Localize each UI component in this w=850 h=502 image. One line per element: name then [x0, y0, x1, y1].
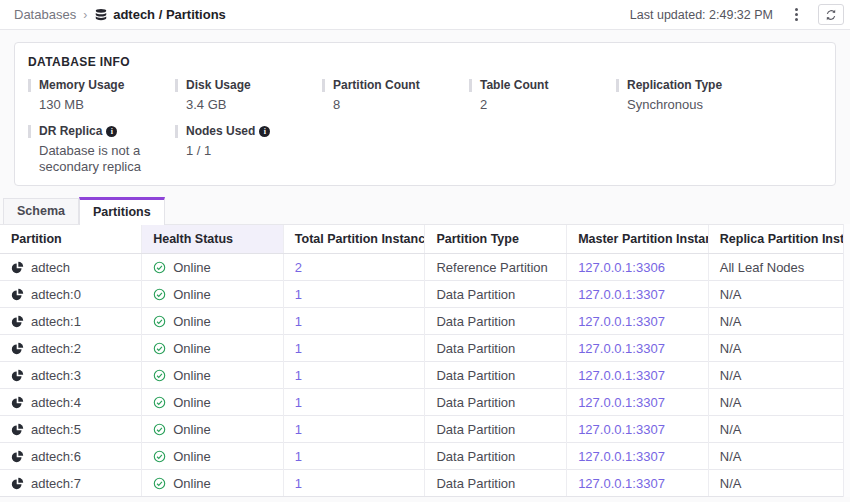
master-instance-link[interactable]: 127.0.0.1:3307: [578, 368, 665, 383]
total-instances-link[interactable]: 1: [295, 449, 302, 464]
card-title: DATABASE INFO: [28, 55, 821, 69]
master-instance-link[interactable]: 127.0.0.1:3307: [578, 287, 665, 302]
top-bar: Databases › adtech / Partitions Last upd…: [0, 0, 850, 30]
column-header-partition[interactable]: Partition: [0, 225, 142, 254]
health-status-label: Online: [173, 368, 211, 383]
table-row: adtech:2 Online 1 Data Partition 127.0.0…: [0, 335, 850, 362]
online-check-icon: [153, 342, 166, 355]
stat-label: Table Count: [480, 79, 548, 92]
total-instances-link[interactable]: 1: [295, 341, 302, 356]
replica-instance: All Leaf Nodes: [708, 254, 850, 281]
kebab-menu-button[interactable]: [786, 5, 806, 25]
tab-partitions[interactable]: Partitions: [79, 197, 165, 225]
stat-label: Replication Type: [627, 79, 722, 92]
stat-value: 1 / 1: [186, 143, 322, 159]
column-header-master-instance[interactable]: Master Partition Instance ...: [567, 225, 709, 254]
partition-pie-icon: [11, 261, 24, 274]
partition-type: Data Partition: [425, 335, 567, 362]
stats-grid: Memory Usage 130 MB Disk Usage 3.4 GB Pa…: [28, 79, 821, 175]
total-instances-link[interactable]: 1: [295, 476, 302, 491]
partition-pie-icon: [11, 423, 24, 436]
table-row: adtech:6 Online 1 Data Partition 127.0.0…: [0, 443, 850, 470]
breadcrumb-separator: ›: [83, 8, 87, 22]
stat-nodes-used: Nodes Used 1 / 1: [175, 125, 322, 175]
online-check-icon: [153, 369, 166, 382]
partition-name: adtech:3: [31, 368, 81, 383]
stat-value: 2: [480, 97, 616, 113]
stat-value: Database is not a secondary replica: [39, 143, 175, 175]
partition-type: Data Partition: [425, 362, 567, 389]
total-instances-link[interactable]: 1: [295, 368, 302, 383]
master-instance-link[interactable]: 127.0.0.1:3307: [578, 422, 665, 437]
stat-value: 3.4 GB: [186, 97, 322, 113]
online-check-icon: [153, 450, 166, 463]
online-check-icon: [153, 423, 166, 436]
total-instances-link[interactable]: 1: [295, 287, 302, 302]
health-status-label: Online: [173, 422, 211, 437]
online-check-icon: [153, 396, 166, 409]
online-check-icon: [153, 315, 166, 328]
total-instances-link[interactable]: 2: [295, 260, 302, 275]
stat-label: Disk Usage: [186, 79, 251, 92]
stat-label: Partition Count: [333, 79, 420, 92]
tab-schema[interactable]: Schema: [3, 198, 79, 224]
total-instances-link[interactable]: 1: [295, 314, 302, 329]
table-row: adtech:1 Online 1 Data Partition 127.0.0…: [0, 308, 850, 335]
stat-partition-count: Partition Count 8: [322, 79, 469, 113]
stat-label: DR Replica: [39, 125, 102, 138]
partition-name: adtech:6: [31, 449, 81, 464]
health-status-label: Online: [173, 314, 211, 329]
replica-instance: N/A: [708, 470, 850, 497]
refresh-button[interactable]: [818, 4, 844, 25]
partition-pie-icon: [11, 450, 24, 463]
table-row: adtech:3 Online 1 Data Partition 127.0.0…: [0, 362, 850, 389]
master-instance-link[interactable]: 127.0.0.1:3307: [578, 476, 665, 491]
partition-pie-icon: [11, 396, 24, 409]
table-row: adtech:4 Online 1 Data Partition 127.0.0…: [0, 389, 850, 416]
health-status-label: Online: [173, 476, 211, 491]
master-instance-link[interactable]: 127.0.0.1:3306: [578, 260, 665, 275]
master-instance-link[interactable]: 127.0.0.1:3307: [578, 449, 665, 464]
stat-dr-replica: DR Replica Database is not a secondary r…: [28, 125, 175, 175]
stat-replication-type: Replication Type Synchronous: [616, 79, 763, 113]
table-row: adtech:5 Online 1 Data Partition 127.0.0…: [0, 416, 850, 443]
column-header-partition-type[interactable]: Partition Type: [425, 225, 567, 254]
stat-memory-usage: Memory Usage 130 MB: [28, 79, 175, 113]
stat-label: Memory Usage: [39, 79, 124, 92]
partition-type: Data Partition: [425, 308, 567, 335]
partition-name: adtech:7: [31, 476, 81, 491]
master-instance-link[interactable]: 127.0.0.1:3307: [578, 395, 665, 410]
health-status-label: Online: [173, 260, 211, 275]
replica-instance: N/A: [708, 308, 850, 335]
partition-name: adtech:1: [31, 314, 81, 329]
column-header-health-status[interactable]: Health Status: [142, 225, 284, 254]
table-header-row: Partition Health Status Total Partition …: [0, 225, 850, 254]
online-check-icon: [153, 288, 166, 301]
partition-pie-icon: [11, 477, 24, 490]
partitions-table-body: adtech Online 2 Reference Partition 127.…: [0, 254, 850, 497]
replica-instance: N/A: [708, 416, 850, 443]
health-status-label: Online: [173, 287, 211, 302]
breadcrumb-current-label: adtech / Partitions: [113, 7, 226, 22]
info-icon[interactable]: [106, 126, 117, 137]
partition-pie-icon: [11, 342, 24, 355]
master-instance-link[interactable]: 127.0.0.1:3307: [578, 314, 665, 329]
partition-type: Data Partition: [425, 443, 567, 470]
total-instances-link[interactable]: 1: [295, 422, 302, 437]
partition-pie-icon: [11, 369, 24, 382]
info-icon[interactable]: [259, 126, 270, 137]
last-updated-text: Last updated: 2:49:32 PM: [630, 8, 773, 22]
breadcrumb-databases-link[interactable]: Databases: [14, 7, 76, 22]
vertical-scrollbar[interactable]: [843, 224, 850, 497]
master-instance-link[interactable]: 127.0.0.1:3307: [578, 341, 665, 356]
breadcrumb: Databases › adtech / Partitions: [14, 7, 226, 22]
total-instances-link[interactable]: 1: [295, 395, 302, 410]
column-header-replica-instance[interactable]: Replica Partition Instance ...: [708, 225, 850, 254]
health-status-label: Online: [173, 449, 211, 464]
partitions-table-wrap: Partition Health Status Total Partition …: [0, 224, 850, 497]
column-header-total-instances[interactable]: Total Partition Instances: [283, 225, 425, 254]
partition-type: Data Partition: [425, 470, 567, 497]
online-check-icon: [153, 477, 166, 490]
replica-instance: N/A: [708, 389, 850, 416]
stat-value: 8: [333, 97, 469, 113]
